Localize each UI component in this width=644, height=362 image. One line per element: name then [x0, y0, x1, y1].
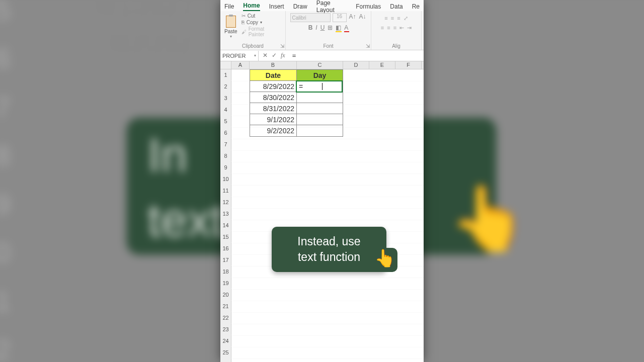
tab-insert[interactable]: Insert: [269, 3, 284, 10]
cell-C6[interactable]: [297, 125, 343, 136]
cancel-formula-button[interactable]: ✕: [263, 52, 268, 59]
formula-input[interactable]: =: [289, 52, 424, 59]
name-box-value: PROPER: [222, 53, 246, 59]
row-header[interactable]: 4: [220, 104, 231, 116]
row-header[interactable]: 1: [220, 69, 231, 81]
col-header-A[interactable]: A: [231, 61, 250, 69]
row-headers: 1234567891011121314151617181920212223242…: [220, 69, 231, 362]
italic-button[interactable]: I: [315, 24, 317, 31]
bg-hand-emoji: 👆: [449, 181, 528, 255]
font-color-button[interactable]: A: [344, 24, 348, 31]
row-header[interactable]: 10: [220, 173, 231, 185]
name-box[interactable]: PROPER ▾: [220, 51, 259, 61]
fx-icon[interactable]: fx: [281, 52, 285, 59]
increase-font-icon[interactable]: A↑: [349, 13, 357, 22]
row-header[interactable]: 23: [220, 324, 231, 335]
clipboard-group-label: Clipboard: [220, 43, 285, 49]
row-header[interactable]: 9: [220, 162, 231, 173]
copy-button[interactable]: ⎘Copy▾: [242, 20, 281, 25]
align-left-icon[interactable]: ≡: [381, 25, 384, 31]
column-headers: A B C D E F: [220, 61, 424, 69]
border-button[interactable]: ⊞: [328, 24, 333, 31]
row-header[interactable]: 18: [220, 266, 231, 278]
orientation-icon[interactable]: ⤢: [404, 15, 408, 22]
cells-area[interactable]: Date Day 8/29/2022 = 8/30/2022: [231, 69, 424, 362]
dialog-launcher-icon[interactable]: ⇲: [280, 43, 284, 49]
row-header[interactable]: 2: [220, 81, 231, 93]
text-cursor: [322, 83, 323, 90]
align-bottom-icon[interactable]: ≡: [397, 15, 400, 22]
tab-review[interactable]: Re: [412, 3, 420, 10]
underline-button[interactable]: U: [320, 24, 325, 31]
tip-callout: Instead, use text function 👆: [272, 227, 386, 272]
font-name-input[interactable]: Calibri: [290, 13, 331, 22]
row-header[interactable]: 7: [220, 139, 231, 150]
tab-formulas[interactable]: Formulas: [356, 3, 381, 10]
row-header[interactable]: 5: [220, 116, 231, 127]
dialog-launcher-icon[interactable]: ⇲: [366, 43, 370, 49]
ribbon-group-clipboard: Paste ▾ ✂Cut ⎘Copy▾ 🖌Format Painter Clip…: [220, 11, 286, 50]
row-header[interactable]: 14: [220, 220, 231, 231]
cell-C2-editing[interactable]: =: [297, 81, 343, 92]
formula-bar: PROPER ▾ ✕ ✓ fx =: [220, 50, 424, 61]
spreadsheet-grid[interactable]: A B C D E F 1234567891011121314151617181…: [220, 61, 424, 362]
align-top-icon[interactable]: ≡: [384, 15, 387, 22]
enter-formula-button[interactable]: ✓: [272, 52, 277, 59]
row-header[interactable]: 17: [220, 254, 231, 266]
indent-decrease-icon[interactable]: ⇤: [399, 25, 404, 31]
fill-color-button[interactable]: ◧: [336, 24, 341, 31]
bold-button[interactable]: B: [308, 24, 313, 31]
format-painter-button[interactable]: 🖌Format Painter: [242, 26, 281, 37]
decrease-font-icon[interactable]: A↓: [359, 13, 367, 22]
align-right-icon[interactable]: ≡: [393, 25, 396, 31]
cell-C4[interactable]: [297, 103, 343, 114]
row-header[interactable]: 12: [220, 197, 231, 208]
row-header[interactable]: 11: [220, 185, 231, 197]
align-middle-icon[interactable]: ≡: [391, 15, 394, 22]
col-header-E[interactable]: E: [369, 61, 395, 69]
font-group-label: Font: [286, 43, 371, 49]
paste-button[interactable]: Paste ▾: [222, 12, 239, 42]
row-header[interactable]: 24: [220, 335, 231, 347]
paste-label: Paste: [224, 29, 237, 34]
cell-B6[interactable]: 9/2/2022: [250, 125, 297, 136]
header-date-cell[interactable]: Date: [250, 70, 297, 81]
align-group-label: Alig: [371, 43, 421, 49]
cell-B3[interactable]: 8/30/2022: [250, 92, 297, 103]
cell-B5[interactable]: 9/1/2022: [250, 114, 297, 125]
cell-C5[interactable]: [297, 114, 343, 125]
header-day-cell[interactable]: Day: [297, 70, 343, 81]
tab-home[interactable]: Home: [243, 2, 260, 11]
col-header-B[interactable]: B: [250, 61, 297, 69]
cell-B4[interactable]: 8/31/2022: [250, 103, 297, 114]
indent-increase-icon[interactable]: ⇥: [407, 25, 412, 31]
tab-draw[interactable]: Draw: [293, 3, 307, 10]
col-header-C[interactable]: C: [297, 61, 343, 69]
ribbon-tabs: File Home Insert Draw Page Layout Formul…: [220, 0, 424, 11]
row-header[interactable]: 22: [220, 312, 231, 324]
row-header[interactable]: 25: [220, 347, 231, 358]
col-header-F[interactable]: F: [395, 61, 422, 69]
bg-row-numbers: 567 8910 111213 141516: [0, 0, 11, 362]
row-header[interactable]: 19: [220, 278, 231, 289]
col-header-D[interactable]: D: [343, 61, 369, 69]
row-header[interactable]: 16: [220, 243, 231, 254]
row-header[interactable]: 8: [220, 150, 231, 162]
row-header[interactable]: 3: [220, 93, 231, 104]
cell-B2[interactable]: 8/29/2022: [250, 81, 297, 92]
row-header[interactable]: 6: [220, 127, 231, 139]
scissors-icon: ✂: [242, 13, 246, 19]
font-size-input[interactable]: 16: [333, 13, 347, 22]
select-all-corner[interactable]: [220, 61, 231, 69]
row-header[interactable]: 15: [220, 231, 231, 243]
tab-file[interactable]: File: [224, 3, 234, 10]
tab-data[interactable]: Data: [390, 3, 403, 10]
row-header[interactable]: 21: [220, 301, 231, 312]
brush-icon: 🖌: [242, 29, 247, 35]
row-header[interactable]: 26: [220, 358, 231, 362]
row-header[interactable]: 13: [220, 208, 231, 220]
align-center-icon[interactable]: ≡: [387, 25, 390, 31]
row-header[interactable]: 20: [220, 289, 231, 301]
cut-button[interactable]: ✂Cut: [242, 13, 281, 19]
cell-C3[interactable]: [297, 92, 343, 103]
